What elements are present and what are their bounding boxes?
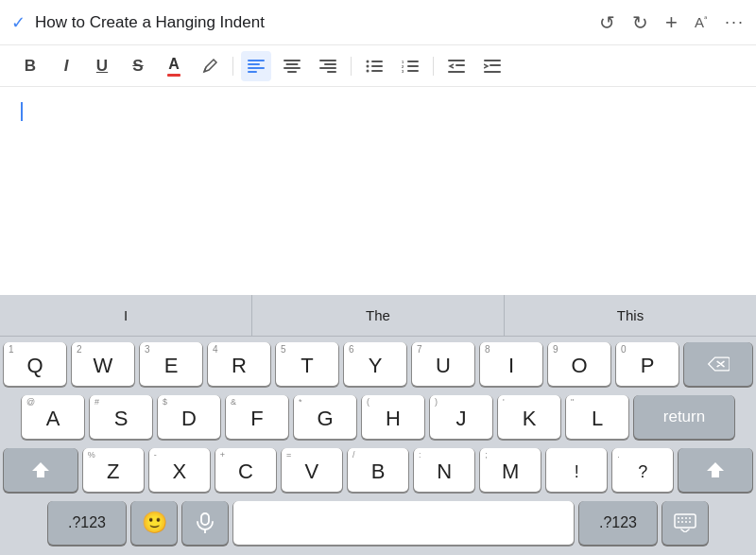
key-l[interactable]: "L (566, 395, 628, 439)
key-rows: 1Q 2W 3E 4R 5T 6Y 7U 8I 9O 0P @A #S $D &… (0, 337, 756, 548)
bullet-list-button[interactable] (359, 51, 389, 81)
strikethrough-button[interactable]: S (123, 51, 153, 81)
svg-rect-8 (319, 60, 336, 61)
svg-rect-27 (484, 60, 501, 61)
return-key[interactable]: return (634, 395, 734, 439)
keyboard-hide-key[interactable] (662, 501, 708, 545)
key-o[interactable]: 9O (548, 342, 610, 386)
align-right-button[interactable] (313, 51, 343, 81)
divider-2 (351, 57, 352, 76)
top-bar-right: ↺ ↻ + Aᵃ ··· (599, 10, 745, 35)
microphone-key[interactable] (182, 501, 228, 545)
svg-rect-7 (287, 71, 297, 73)
key-y[interactable]: 6Y (344, 342, 406, 386)
top-bar: ✓ How to Create a Hanging Indent ↺ ↻ + A… (0, 0, 756, 45)
key-j[interactable]: )J (430, 395, 492, 439)
svg-point-16 (367, 69, 369, 72)
key-u[interactable]: 7U (412, 342, 474, 386)
align-center-button[interactable] (277, 51, 307, 81)
shift-left-key[interactable] (4, 448, 77, 492)
num-sym-left-key[interactable]: .?123 (48, 501, 126, 545)
italic-button[interactable]: I (51, 51, 81, 81)
top-bar-left: ✓ How to Create a Hanging Indent (11, 12, 599, 33)
svg-rect-19 (407, 61, 419, 62)
key-a[interactable]: @A (22, 395, 84, 439)
formatting-toolbar: B I U S A (0, 45, 756, 87)
text-color-button[interactable]: A (159, 51, 189, 81)
svg-rect-15 (371, 65, 383, 67)
space-key[interactable] (233, 501, 574, 545)
key-m[interactable]: ;M (480, 448, 541, 492)
shift-right-key[interactable] (679, 448, 752, 492)
svg-rect-0 (248, 60, 265, 61)
svg-text:3: 3 (402, 69, 404, 73)
key-h[interactable]: (H (362, 395, 424, 439)
key-row-bottom: .?123 🙂 .?123 (4, 501, 752, 545)
svg-rect-23 (407, 70, 419, 72)
doc-title: How to Create a Hanging Indent (35, 13, 265, 32)
decrease-indent-button[interactable] (441, 51, 472, 81)
key-e[interactable]: 3E (140, 342, 202, 386)
add-icon[interactable]: + (665, 10, 678, 35)
svg-rect-4 (284, 60, 301, 61)
key-k[interactable]: 'K (498, 395, 560, 439)
svg-rect-10 (319, 67, 336, 69)
bold-button[interactable]: B (15, 51, 45, 81)
key-exclaim[interactable]: ! (546, 448, 607, 492)
svg-rect-9 (324, 63, 336, 65)
suggestion-the[interactable]: The (252, 295, 505, 336)
svg-rect-32 (675, 514, 696, 528)
backspace-key[interactable] (684, 342, 752, 386)
svg-rect-30 (201, 513, 209, 525)
key-row-3: %Z -X +C =V /B :N ;M ! .? (4, 448, 752, 492)
suggestion-i[interactable]: I (0, 295, 252, 336)
key-f[interactable]: &F (226, 395, 288, 439)
key-d[interactable]: $D (158, 395, 220, 439)
svg-rect-21 (407, 65, 419, 67)
text-format-icon[interactable]: Aᵃ (695, 14, 708, 30)
svg-rect-29 (484, 71, 501, 73)
key-r[interactable]: 4R (208, 342, 270, 386)
key-p[interactable]: 0P (616, 342, 679, 386)
svg-point-14 (367, 64, 369, 67)
editor-area[interactable] (0, 87, 756, 295)
svg-rect-28 (490, 64, 501, 66)
underline-button[interactable]: U (87, 51, 117, 81)
redo-icon[interactable]: ↻ (632, 11, 648, 34)
key-question[interactable]: .? (612, 448, 673, 492)
emoji-key[interactable]: 🙂 (131, 501, 177, 545)
key-q[interactable]: 1Q (4, 342, 66, 386)
key-w[interactable]: 2W (72, 342, 134, 386)
key-row-2: @A #S $D &F *G (H )J 'K "L return (4, 395, 752, 439)
key-z[interactable]: %Z (83, 448, 144, 492)
more-icon[interactable]: ··· (725, 12, 745, 32)
align-left-button[interactable] (241, 51, 271, 81)
key-row-1: 1Q 2W 3E 4R 5T 6Y 7U 8I 9O 0P (4, 342, 752, 386)
key-n[interactable]: :N (414, 448, 474, 492)
svg-rect-17 (371, 70, 383, 72)
svg-rect-13 (371, 61, 383, 62)
numbered-list-button[interactable]: 1 2 3 (395, 51, 425, 81)
key-g[interactable]: *G (294, 395, 356, 439)
svg-rect-5 (286, 63, 299, 65)
key-b[interactable]: /B (348, 448, 408, 492)
svg-rect-11 (327, 71, 336, 73)
key-c[interactable]: +C (215, 448, 276, 492)
highlight-button[interactable] (195, 51, 225, 81)
num-sym-right-key[interactable]: .?123 (579, 501, 657, 545)
svg-rect-6 (284, 67, 301, 69)
keyboard: I The This 1Q 2W 3E 4R 5T 6Y 7U 8I 9O 0P (0, 295, 756, 555)
svg-rect-1 (248, 63, 260, 65)
key-v[interactable]: =V (282, 448, 342, 492)
increase-indent-button[interactable] (477, 51, 507, 81)
suggestion-this[interactable]: This (505, 295, 756, 336)
key-s[interactable]: #S (90, 395, 152, 439)
svg-rect-24 (448, 60, 465, 61)
divider-3 (433, 57, 434, 76)
svg-point-12 (367, 60, 369, 62)
undo-icon[interactable]: ↺ (599, 11, 615, 34)
key-i[interactable]: 8I (480, 342, 542, 386)
key-t[interactable]: 5T (276, 342, 338, 386)
checkmark-icon[interactable]: ✓ (11, 12, 26, 33)
key-x[interactable]: -X (149, 448, 210, 492)
